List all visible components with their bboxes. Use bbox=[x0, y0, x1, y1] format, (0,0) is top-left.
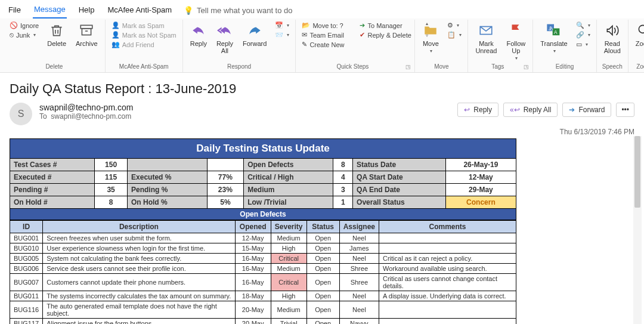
mark-spam-button[interactable]: 👤Mark as Spam bbox=[109, 21, 179, 30]
zoom-label: Zoom bbox=[636, 40, 644, 47]
to-address: swapnil@techno-pm.com bbox=[51, 112, 131, 121]
add-friend-button[interactable]: 👥Add Friend bbox=[109, 40, 179, 49]
dialog-launcher-icon[interactable]: ◳ bbox=[405, 64, 411, 70]
header-forward-button[interactable]: ➔Forward bbox=[562, 103, 611, 117]
group-zoom-title: Zoom bbox=[632, 62, 644, 71]
to-line: To swapnil@techno-pm.com bbox=[39, 112, 133, 121]
tab-mcafee[interactable]: McAfee Anti-Spam bbox=[106, 3, 173, 18]
cell-value bbox=[207, 159, 244, 171]
table-row: BUG007Customers cannot update their phon… bbox=[10, 274, 516, 291]
meeting-button[interactable]: 📅▾ bbox=[273, 21, 292, 30]
cell-label: QA End Date bbox=[353, 184, 446, 196]
moveto-button[interactable]: 📂Move to: ? bbox=[299, 21, 346, 30]
search-icon: 🔍 bbox=[576, 21, 584, 29]
tab-file[interactable]: File bbox=[7, 3, 22, 18]
more-respond-button[interactable]: 📨▾ bbox=[273, 30, 292, 39]
table-cell: Open bbox=[306, 243, 339, 254]
replydelete-button[interactable]: ✔Reply & Delete bbox=[357, 30, 413, 39]
group-respond: Reply Reply All Forward 📅▾ 📨▾ Respond bbox=[183, 20, 296, 72]
rules-icon: ⚙ bbox=[447, 21, 453, 29]
related-button[interactable]: 🔗▾ bbox=[574, 30, 593, 39]
junk-button[interactable]: ⦸ Junk▾ bbox=[7, 30, 41, 39]
teamemail-button[interactable]: ✉Team Email bbox=[299, 30, 346, 39]
table-cell: 20-May bbox=[235, 319, 271, 325]
select-button[interactable]: ▭▾ bbox=[574, 40, 593, 49]
reply-button[interactable]: Reply bbox=[187, 21, 210, 48]
open-defects-title: Open Defects bbox=[10, 209, 516, 220]
tomanager-button[interactable]: ➔To Manager bbox=[357, 21, 413, 30]
dialog-launcher-icon[interactable]: ◳ bbox=[524, 64, 529, 70]
table-cell: Medium bbox=[271, 301, 306, 319]
tell-me-label: Tell me what you want to do bbox=[197, 6, 292, 15]
mark-spam-label: Mark as Spam bbox=[122, 22, 165, 29]
tell-me-search[interactable]: 💡 Tell me what you want to do bbox=[184, 6, 292, 15]
follow-up-button[interactable]: Follow Up ▾ bbox=[503, 21, 529, 62]
createnew-button[interactable]: ✎Create New bbox=[299, 40, 346, 49]
chevron-down-icon: ▾ bbox=[430, 48, 432, 54]
zoom-button[interactable]: Zoom bbox=[632, 21, 644, 48]
add-friend-label: Add Friend bbox=[122, 41, 154, 48]
col-id: ID bbox=[10, 221, 43, 233]
table-cell: BUG117 bbox=[10, 319, 43, 325]
move-button[interactable]: Move ▾ bbox=[419, 21, 442, 55]
header-more-button[interactable]: ••• bbox=[616, 103, 634, 117]
table-cell: Neel bbox=[339, 301, 379, 319]
find-button[interactable]: 🔍▾ bbox=[574, 21, 593, 30]
move-label: Move bbox=[423, 40, 439, 47]
table-cell: Critical bbox=[271, 254, 306, 264]
email-subject: Daily QA Status Report : 13-June-2019 bbox=[0, 73, 644, 99]
chevron-down-icon: ▾ bbox=[588, 32, 590, 38]
zoom-icon bbox=[636, 22, 644, 39]
table-cell: BUG116 bbox=[10, 301, 43, 319]
table-cell: BUG005 bbox=[10, 254, 43, 264]
cell-label: Low /Trivial bbox=[244, 196, 333, 209]
tab-help[interactable]: Help bbox=[78, 3, 96, 18]
moveto-label: Move to: ? bbox=[312, 22, 343, 29]
table-cell: Shree bbox=[339, 264, 379, 274]
col-opened: Opened bbox=[235, 221, 271, 233]
header-reply-label: Reply bbox=[473, 106, 492, 114]
cell-label bbox=[128, 159, 208, 171]
vertical-scrollbar[interactable] bbox=[633, 136, 642, 324]
archive-button[interactable]: Archive bbox=[72, 21, 101, 48]
message-body: Daily Testing Status Update Test Cases #… bbox=[0, 136, 644, 324]
cell-value: 4 bbox=[333, 171, 353, 184]
forward-button[interactable]: Forward bbox=[239, 21, 270, 48]
mark-not-spam-button[interactable]: 👤Mark as Not Spam bbox=[109, 30, 179, 39]
cell-label: Executed # bbox=[10, 171, 95, 184]
table-cell: BUG010 bbox=[10, 243, 43, 254]
folder-move-icon: 📂 bbox=[302, 21, 310, 29]
reply-icon bbox=[190, 22, 207, 39]
cell-value: 23% bbox=[207, 184, 244, 196]
table-cell bbox=[379, 233, 516, 243]
read-aloud-button[interactable]: Read Aloud bbox=[600, 21, 624, 55]
actions-icon: 📋 bbox=[447, 31, 456, 39]
rules-button[interactable]: ⚙▾ bbox=[445, 21, 464, 30]
tab-message[interactable]: Message bbox=[33, 2, 67, 18]
table-cell: Neel bbox=[339, 291, 379, 301]
table-cell: Open bbox=[306, 264, 339, 274]
header-reply-all-button[interactable]: «↩Reply All bbox=[503, 103, 558, 117]
cell-value: 77% bbox=[207, 171, 244, 184]
table-cell: 16-May bbox=[235, 274, 271, 291]
table-cell: High bbox=[271, 291, 306, 301]
chevron-down-icon: ▾ bbox=[33, 32, 36, 38]
chevron-down-icon: ▾ bbox=[553, 48, 556, 54]
cell-label: Executed % bbox=[128, 171, 208, 184]
table-cell: Neel bbox=[339, 254, 379, 264]
delete-button[interactable]: Delete bbox=[44, 21, 70, 48]
table-cell: Open bbox=[306, 319, 339, 325]
group-quicksteps-title: Quick Steps bbox=[299, 62, 405, 71]
reply-all-button[interactable]: Reply All bbox=[213, 21, 237, 55]
group-editing-title: Editing bbox=[537, 62, 592, 71]
header-reply-button[interactable]: ↩Reply bbox=[457, 103, 499, 117]
translate-button[interactable]: あA Translate ▾ bbox=[537, 21, 571, 55]
mark-unread-button[interactable]: Mark Unread bbox=[472, 21, 500, 55]
table-row: BUG001Screen freezes when user submit th… bbox=[10, 233, 516, 243]
table-cell: User experience slowness when login for … bbox=[43, 243, 235, 254]
ignore-button[interactable]: 🚫 Ignore bbox=[7, 21, 41, 30]
scrollbar-thumb[interactable] bbox=[634, 136, 640, 208]
actions-button[interactable]: 📋▾ bbox=[445, 30, 464, 39]
group-zoom: Zoom Zoom bbox=[628, 20, 644, 72]
svg-text:A: A bbox=[554, 30, 558, 35]
